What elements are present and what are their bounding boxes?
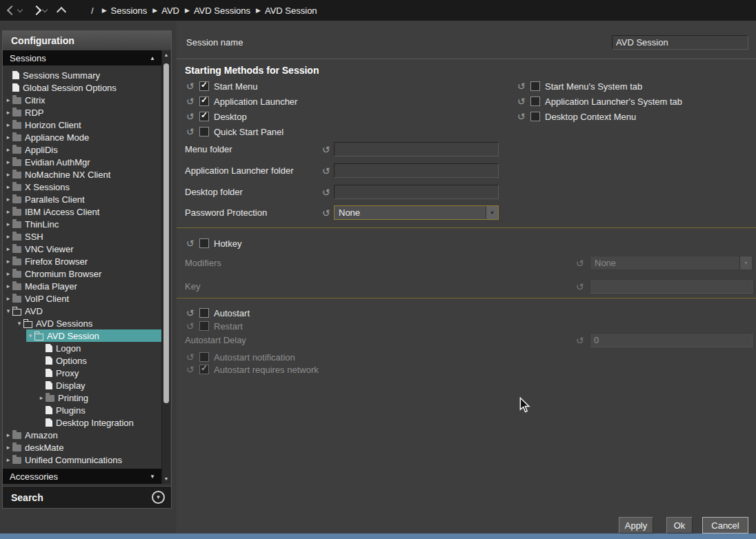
checkbox-desktop[interactable] — [199, 112, 209, 121]
reset-icon[interactable]: ↺ — [516, 81, 526, 91]
breadcrumb-item-avd-sessions[interactable]: AVD Sessions — [194, 6, 250, 16]
tree-item-deskmate[interactable]: ▸deskMate — [4, 441, 161, 454]
chevron-right-icon[interactable]: ▸ — [4, 208, 12, 215]
tree-item-amazon[interactable]: ▸Amazon — [4, 429, 161, 441]
tree-item-chromium-browser[interactable]: ▸Chromium Browser — [4, 267, 161, 280]
back-button[interactable] — [8, 7, 22, 14]
tree-item-media-player[interactable]: ▸Media Player — [4, 280, 161, 292]
reset-icon[interactable]: ↺ — [185, 308, 195, 318]
chevron-right-icon[interactable]: ▸ — [4, 431, 12, 438]
search-expand-button[interactable]: ▼ — [152, 491, 165, 504]
tree-item-thinlinc[interactable]: ▸ThinLinc — [4, 218, 161, 230]
checkbox-desktop-context-menu[interactable] — [530, 112, 540, 121]
tree-item-applidis[interactable]: ▸AppliDis — [4, 143, 161, 156]
tree-item-appliance-mode[interactable]: ▸Appliance Mode — [4, 131, 161, 143]
chevron-right-icon[interactable]: ▸ — [4, 96, 12, 103]
tree-item-horizon-client[interactable]: ▸Horizon Client — [4, 119, 161, 131]
sessions-section-header[interactable]: Sessions ▲ — [3, 50, 162, 65]
tree-item-plugins[interactable]: Plugins — [37, 404, 161, 416]
breadcrumb-item-avd[interactable]: AVD — [161, 6, 179, 16]
chevron-right-icon[interactable]: ▸ — [4, 134, 12, 141]
tree-item-x-sessions[interactable]: ▸X Sessions — [4, 181, 161, 193]
chevron-right-icon[interactable]: ▸ — [4, 295, 12, 302]
checkbox-start-menu[interactable] — [199, 81, 209, 91]
tree-item-firefox-browser[interactable]: ▸Firefox Browser — [4, 255, 161, 267]
tree-item-avd-session[interactable]: ▾AVD Session — [26, 329, 161, 342]
menu-folder-input[interactable] — [334, 142, 499, 156]
tree-item-global-session-options[interactable]: Global Session Options — [4, 81, 161, 94]
reset-icon[interactable]: ↺ — [185, 112, 195, 121]
tree-item-proxy[interactable]: Proxy — [37, 367, 161, 379]
tree-item-voip-client[interactable]: ▸VoIP Client — [4, 292, 161, 305]
scroll-down-icon[interactable]: ▼ — [162, 474, 170, 484]
checkbox-hotkey[interactable] — [199, 238, 209, 248]
chevron-right-icon[interactable]: ▸ — [4, 270, 12, 277]
tree-item-ssh[interactable]: ▸SSH — [4, 230, 161, 243]
reset-icon[interactable]: ↺ — [185, 127, 195, 136]
tree-item-citrix[interactable]: ▸Citrix — [4, 94, 161, 106]
chevron-right-icon[interactable]: ▸ — [4, 444, 12, 451]
tree-item-logon[interactable]: Logon — [37, 342, 161, 354]
breadcrumb-item-sessions[interactable]: Sessions — [111, 6, 148, 16]
reset-icon[interactable]: ↺ — [516, 96, 526, 106]
chevron-down-icon[interactable]: ▾ — [15, 320, 23, 327]
tree-item-desktop-integration[interactable]: Desktop Integration — [37, 416, 161, 429]
checkbox-autostart[interactable] — [199, 308, 209, 318]
breadcrumb-root[interactable]: / — [91, 6, 94, 16]
tree-item-unified-communications[interactable]: ▸Unified Communications — [4, 454, 161, 466]
apply-button[interactable]: Apply — [619, 517, 653, 533]
reset-icon[interactable]: ↺ — [516, 112, 526, 121]
chevron-down-icon[interactable]: ▼ — [486, 206, 498, 219]
tree-item-nomachine-nx-client[interactable]: ▸NoMachine NX Client — [4, 168, 161, 181]
chevron-right-icon[interactable]: ▸ — [4, 196, 12, 203]
desktop-folder-input[interactable] — [334, 185, 499, 199]
scroll-up-icon[interactable]: ▲ — [162, 50, 170, 60]
reset-icon[interactable]: ↺ — [185, 81, 195, 91]
tree-item-avd-sessions[interactable]: ▾AVD Sessions — [15, 317, 161, 329]
chevron-down-icon[interactable]: ▾ — [4, 307, 12, 314]
session-name-input[interactable] — [612, 35, 748, 50]
cancel-button[interactable]: Cancel — [702, 517, 748, 533]
checkbox-application-launcher-s-system-tab[interactable] — [530, 96, 540, 106]
chevron-right-icon[interactable]: ▸ — [4, 109, 12, 116]
reset-icon[interactable]: ↺ — [321, 166, 331, 176]
reset-icon[interactable]: ↺ — [185, 238, 195, 248]
checkbox-start-menu-s-system-tab[interactable] — [530, 81, 540, 91]
chevron-right-icon[interactable]: ▸ — [37, 394, 46, 401]
tree-item-display[interactable]: Display — [37, 379, 161, 391]
tree-item-evidian-authmgr[interactable]: ▸Evidian AuthMgr — [4, 156, 161, 168]
reset-icon[interactable]: ↺ — [185, 96, 195, 106]
chevron-right-icon[interactable]: ▸ — [4, 258, 12, 265]
tree-scrollbar[interactable]: ▲ ▼ — [161, 50, 170, 484]
tree-item-ibm-iaccess-client[interactable]: ▸IBM iAccess Client — [4, 205, 161, 218]
chevron-right-icon[interactable]: ▸ — [4, 221, 12, 227]
chevron-right-icon[interactable]: ▸ — [4, 159, 12, 165]
checkbox-application-launcher[interactable] — [199, 96, 209, 106]
up-button[interactable] — [58, 6, 65, 15]
tree-item-rdp[interactable]: ▸RDP — [4, 106, 161, 119]
tree-item-options[interactable]: Options — [37, 354, 161, 367]
checkbox-quick-start-panel[interactable] — [199, 127, 209, 136]
chevron-right-icon[interactable]: ▸ — [4, 283, 12, 289]
chevron-right-icon[interactable]: ▸ — [4, 121, 12, 128]
chevron-down-icon[interactable]: ▾ — [26, 332, 34, 339]
chevron-right-icon[interactable]: ▸ — [4, 233, 12, 240]
reset-icon[interactable]: ↺ — [321, 145, 331, 154]
tree-item-avd[interactable]: ▾AVD — [4, 305, 161, 317]
chevron-right-icon[interactable]: ▸ — [4, 171, 12, 178]
application-launcher-folder-input[interactable] — [334, 163, 499, 178]
tree-item-parallels-client[interactable]: ▸Parallels Client — [4, 193, 161, 205]
forward-button[interactable] — [33, 7, 47, 14]
accessories-section-header[interactable]: Accessories ▼ — [3, 469, 162, 484]
chevron-right-icon[interactable]: ▸ — [4, 245, 12, 252]
password-protection-select[interactable]: None▼ — [334, 205, 499, 220]
ok-button[interactable]: Ok — [666, 517, 693, 533]
search-section-header[interactable]: Search ▼ — [3, 486, 171, 508]
reset-icon[interactable]: ↺ — [321, 187, 331, 197]
tree-item-printing[interactable]: ▸Printing — [37, 391, 161, 404]
tree-item-vnc-viewer[interactable]: ▸VNC Viewer — [4, 243, 161, 255]
chevron-right-icon[interactable]: ▸ — [4, 146, 12, 153]
chevron-right-icon[interactable]: ▸ — [4, 456, 12, 463]
breadcrumb-item-avd-session[interactable]: AVD Session — [265, 6, 317, 16]
tree-item-sessions-summary[interactable]: Sessions Summary — [4, 69, 161, 81]
